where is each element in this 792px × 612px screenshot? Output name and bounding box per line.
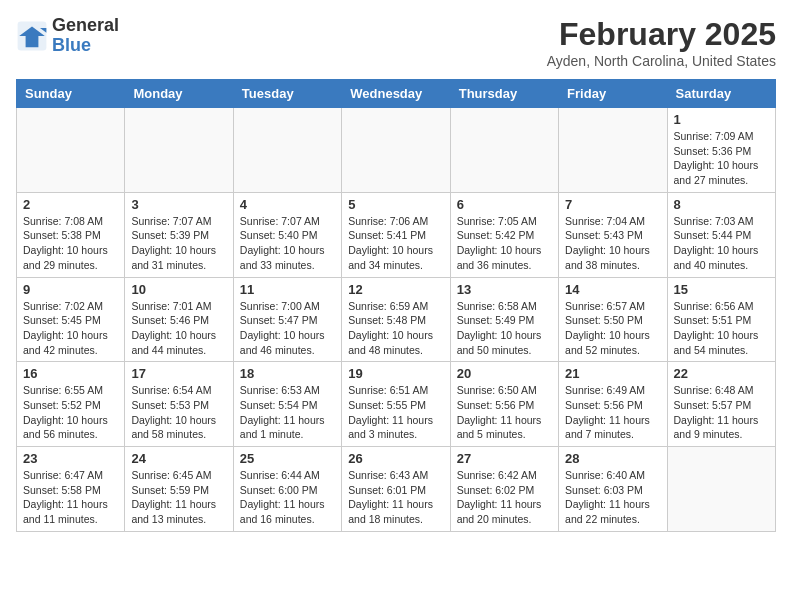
day-info: Sunrise: 7:07 AMSunset: 5:39 PMDaylight:… (131, 214, 226, 273)
day-info: Sunrise: 6:54 AMSunset: 5:53 PMDaylight:… (131, 383, 226, 442)
calendar-cell: 24Sunrise: 6:45 AMSunset: 5:59 PMDayligh… (125, 447, 233, 532)
day-number: 16 (23, 366, 118, 381)
day-info: Sunrise: 6:58 AMSunset: 5:49 PMDaylight:… (457, 299, 552, 358)
calendar-cell (125, 108, 233, 193)
day-info: Sunrise: 6:44 AMSunset: 6:00 PMDaylight:… (240, 468, 335, 527)
calendar-cell: 18Sunrise: 6:53 AMSunset: 5:54 PMDayligh… (233, 362, 341, 447)
calendar-cell (342, 108, 450, 193)
calendar-cell: 6Sunrise: 7:05 AMSunset: 5:42 PMDaylight… (450, 192, 558, 277)
calendar-cell: 15Sunrise: 6:56 AMSunset: 5:51 PMDayligh… (667, 277, 775, 362)
day-number: 26 (348, 451, 443, 466)
day-number: 15 (674, 282, 769, 297)
calendar-cell: 22Sunrise: 6:48 AMSunset: 5:57 PMDayligh… (667, 362, 775, 447)
day-info: Sunrise: 6:59 AMSunset: 5:48 PMDaylight:… (348, 299, 443, 358)
day-info: Sunrise: 7:03 AMSunset: 5:44 PMDaylight:… (674, 214, 769, 273)
calendar-cell: 3Sunrise: 7:07 AMSunset: 5:39 PMDaylight… (125, 192, 233, 277)
day-info: Sunrise: 7:07 AMSunset: 5:40 PMDaylight:… (240, 214, 335, 273)
weekday-header: Friday (559, 80, 667, 108)
day-number: 23 (23, 451, 118, 466)
day-number: 6 (457, 197, 552, 212)
day-number: 19 (348, 366, 443, 381)
calendar-week-row: 2Sunrise: 7:08 AMSunset: 5:38 PMDaylight… (17, 192, 776, 277)
day-info: Sunrise: 7:04 AMSunset: 5:43 PMDaylight:… (565, 214, 660, 273)
calendar-week-row: 9Sunrise: 7:02 AMSunset: 5:45 PMDaylight… (17, 277, 776, 362)
calendar-cell: 14Sunrise: 6:57 AMSunset: 5:50 PMDayligh… (559, 277, 667, 362)
title-area: February 2025 Ayden, North Carolina, Uni… (547, 16, 776, 69)
day-number: 11 (240, 282, 335, 297)
day-number: 8 (674, 197, 769, 212)
day-info: Sunrise: 7:00 AMSunset: 5:47 PMDaylight:… (240, 299, 335, 358)
day-info: Sunrise: 6:49 AMSunset: 5:56 PMDaylight:… (565, 383, 660, 442)
calendar-week-row: 23Sunrise: 6:47 AMSunset: 5:58 PMDayligh… (17, 447, 776, 532)
day-info: Sunrise: 6:47 AMSunset: 5:58 PMDaylight:… (23, 468, 118, 527)
day-info: Sunrise: 7:01 AMSunset: 5:46 PMDaylight:… (131, 299, 226, 358)
calendar-cell (450, 108, 558, 193)
calendar-cell: 10Sunrise: 7:01 AMSunset: 5:46 PMDayligh… (125, 277, 233, 362)
calendar-cell: 25Sunrise: 6:44 AMSunset: 6:00 PMDayligh… (233, 447, 341, 532)
day-number: 9 (23, 282, 118, 297)
day-number: 28 (565, 451, 660, 466)
day-info: Sunrise: 6:48 AMSunset: 5:57 PMDaylight:… (674, 383, 769, 442)
day-number: 18 (240, 366, 335, 381)
day-info: Sunrise: 6:45 AMSunset: 5:59 PMDaylight:… (131, 468, 226, 527)
day-info: Sunrise: 6:40 AMSunset: 6:03 PMDaylight:… (565, 468, 660, 527)
day-number: 13 (457, 282, 552, 297)
day-number: 12 (348, 282, 443, 297)
calendar-cell (559, 108, 667, 193)
day-info: Sunrise: 6:50 AMSunset: 5:56 PMDaylight:… (457, 383, 552, 442)
day-info: Sunrise: 7:09 AMSunset: 5:36 PMDaylight:… (674, 129, 769, 188)
day-info: Sunrise: 7:05 AMSunset: 5:42 PMDaylight:… (457, 214, 552, 273)
day-info: Sunrise: 6:57 AMSunset: 5:50 PMDaylight:… (565, 299, 660, 358)
day-info: Sunrise: 6:51 AMSunset: 5:55 PMDaylight:… (348, 383, 443, 442)
calendar-cell: 5Sunrise: 7:06 AMSunset: 5:41 PMDaylight… (342, 192, 450, 277)
calendar-cell: 26Sunrise: 6:43 AMSunset: 6:01 PMDayligh… (342, 447, 450, 532)
calendar-cell: 11Sunrise: 7:00 AMSunset: 5:47 PMDayligh… (233, 277, 341, 362)
logo: General Blue (16, 16, 119, 56)
weekday-header: Tuesday (233, 80, 341, 108)
calendar-cell (233, 108, 341, 193)
day-number: 4 (240, 197, 335, 212)
day-info: Sunrise: 7:06 AMSunset: 5:41 PMDaylight:… (348, 214, 443, 273)
day-info: Sunrise: 6:43 AMSunset: 6:01 PMDaylight:… (348, 468, 443, 527)
calendar-cell: 19Sunrise: 6:51 AMSunset: 5:55 PMDayligh… (342, 362, 450, 447)
weekday-header: Sunday (17, 80, 125, 108)
location-title: Ayden, North Carolina, United States (547, 53, 776, 69)
calendar-week-row: 1Sunrise: 7:09 AMSunset: 5:36 PMDaylight… (17, 108, 776, 193)
day-number: 5 (348, 197, 443, 212)
month-title: February 2025 (547, 16, 776, 53)
calendar-cell: 7Sunrise: 7:04 AMSunset: 5:43 PMDaylight… (559, 192, 667, 277)
logo-text: General Blue (52, 16, 119, 56)
day-info: Sunrise: 6:55 AMSunset: 5:52 PMDaylight:… (23, 383, 118, 442)
day-number: 7 (565, 197, 660, 212)
weekday-header-row: SundayMondayTuesdayWednesdayThursdayFrid… (17, 80, 776, 108)
day-number: 17 (131, 366, 226, 381)
day-info: Sunrise: 6:56 AMSunset: 5:51 PMDaylight:… (674, 299, 769, 358)
weekday-header: Thursday (450, 80, 558, 108)
calendar-cell: 8Sunrise: 7:03 AMSunset: 5:44 PMDaylight… (667, 192, 775, 277)
calendar-cell: 16Sunrise: 6:55 AMSunset: 5:52 PMDayligh… (17, 362, 125, 447)
calendar-cell: 2Sunrise: 7:08 AMSunset: 5:38 PMDaylight… (17, 192, 125, 277)
header: General Blue February 2025 Ayden, North … (16, 16, 776, 69)
calendar-cell (667, 447, 775, 532)
calendar-cell: 27Sunrise: 6:42 AMSunset: 6:02 PMDayligh… (450, 447, 558, 532)
day-number: 3 (131, 197, 226, 212)
day-info: Sunrise: 6:53 AMSunset: 5:54 PMDaylight:… (240, 383, 335, 442)
day-number: 22 (674, 366, 769, 381)
calendar-cell: 20Sunrise: 6:50 AMSunset: 5:56 PMDayligh… (450, 362, 558, 447)
calendar-cell: 1Sunrise: 7:09 AMSunset: 5:36 PMDaylight… (667, 108, 775, 193)
day-info: Sunrise: 7:08 AMSunset: 5:38 PMDaylight:… (23, 214, 118, 273)
calendar-table: SundayMondayTuesdayWednesdayThursdayFrid… (16, 79, 776, 532)
calendar-cell: 4Sunrise: 7:07 AMSunset: 5:40 PMDaylight… (233, 192, 341, 277)
calendar-cell: 21Sunrise: 6:49 AMSunset: 5:56 PMDayligh… (559, 362, 667, 447)
calendar-cell: 28Sunrise: 6:40 AMSunset: 6:03 PMDayligh… (559, 447, 667, 532)
day-number: 21 (565, 366, 660, 381)
day-number: 20 (457, 366, 552, 381)
day-number: 25 (240, 451, 335, 466)
day-number: 27 (457, 451, 552, 466)
day-info: Sunrise: 6:42 AMSunset: 6:02 PMDaylight:… (457, 468, 552, 527)
day-number: 10 (131, 282, 226, 297)
calendar-cell: 13Sunrise: 6:58 AMSunset: 5:49 PMDayligh… (450, 277, 558, 362)
calendar-cell (17, 108, 125, 193)
weekday-header: Wednesday (342, 80, 450, 108)
weekday-header: Saturday (667, 80, 775, 108)
